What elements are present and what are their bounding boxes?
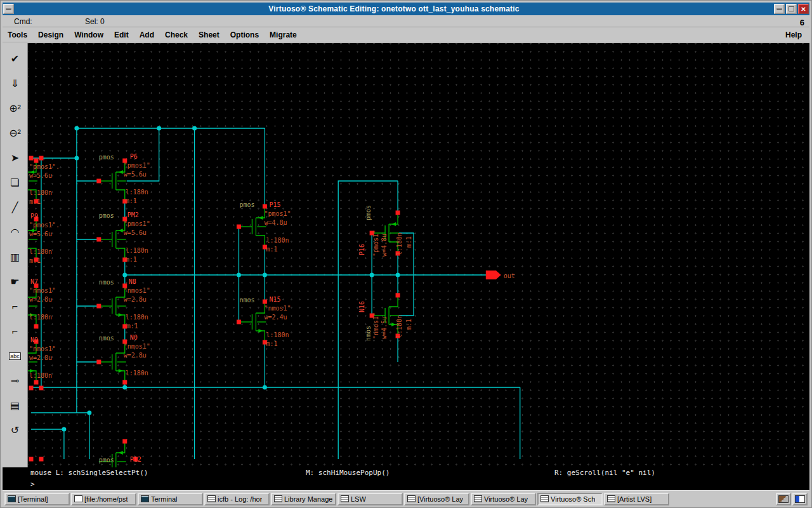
bus-icon[interactable]: ▥ (4, 244, 26, 269)
pin-square[interactable] (96, 304, 101, 309)
pin-square[interactable] (237, 320, 241, 324)
schematic-label: m:1 (266, 246, 277, 253)
schematic-label: w=4.5u (381, 316, 388, 339)
taskbar-label: LSW (351, 495, 366, 503)
probe-icon[interactable]: ☛ (4, 269, 26, 294)
cmd-options-icon[interactable]: ▤ (4, 393, 26, 418)
pin-square[interactable] (96, 360, 101, 364)
bus-corner-icon[interactable]: ⌐ (4, 319, 26, 344)
schematic-label: P12 (130, 456, 141, 463)
taskbar: [Terminal][file:/home/pstTerminalicfb - … (3, 490, 809, 507)
check-save-icon[interactable]: ✔ (4, 46, 26, 71)
zoom-out-2-icon[interactable]: ⊖² (4, 121, 26, 145)
taskbar-virtuoso-lay[interactable]: Virtuoso® Lay (471, 493, 536, 505)
pin-square[interactable] (96, 237, 101, 242)
taskbar-virtuoso-lay[interactable]: [Virtuoso® Lay (404, 493, 469, 505)
rotate-icon[interactable]: ↺ (4, 418, 26, 443)
taskbar-library-manage[interactable]: Library Manage (271, 493, 336, 505)
schematic-label: "nmos1" (29, 287, 56, 294)
virtual-desktop-icon[interactable] (792, 493, 808, 505)
menu-add[interactable]: Add (140, 30, 154, 39)
zoom-in-2-icon[interactable]: ⊕² (4, 96, 26, 121)
maximize-button[interactable] (786, 4, 797, 14)
pin-square[interactable] (29, 386, 33, 391)
device-N8-nmos[interactable] (99, 286, 126, 326)
pin-square[interactable] (39, 386, 43, 391)
menu-options[interactable]: Options (230, 30, 259, 39)
doc-icon (540, 495, 549, 502)
minimize-button[interactable] (774, 4, 785, 14)
pin-square[interactable] (34, 324, 38, 329)
descend-icon[interactable]: ⇓ (4, 71, 26, 96)
schematic-canvas[interactable]: "pmos1".w=5.6ul:180nm:1P9"pmos1".w=5.6ul… (28, 43, 809, 467)
schematic-label: l:180n (396, 232, 403, 255)
out-pin[interactable] (486, 271, 501, 279)
schematic-label: "pmos1" (372, 230, 379, 257)
pin-square[interactable] (29, 457, 33, 462)
menu-edit[interactable]: Edit (114, 30, 129, 39)
pin-square[interactable] (34, 159, 38, 163)
schematic-label: N0 (130, 334, 138, 341)
pin-square[interactable] (237, 225, 241, 229)
wire-wide-icon[interactable]: ◠ (4, 220, 26, 244)
menu-window[interactable]: Window (74, 30, 103, 39)
pin-square[interactable] (29, 156, 33, 161)
taskbar-file-home-pst[interactable]: [file:/home/pst (71, 493, 136, 505)
titlebar[interactable]: Virtuoso® Schematic Editing: onetotwo ot… (3, 3, 809, 15)
pin-square[interactable] (96, 179, 101, 184)
menu-tools[interactable]: Tools (8, 30, 27, 39)
schematic-label: N7 (30, 278, 38, 285)
wire-corner-icon[interactable]: ⌐ (4, 294, 26, 319)
taskbar-lsw[interactable]: LSW (337, 493, 403, 505)
pin-square[interactable] (122, 439, 127, 444)
device-N15-nmos[interactable] (239, 302, 266, 342)
menu-migrate[interactable]: Migrate (270, 30, 297, 39)
schematic-label: nmos (239, 297, 254, 304)
stretch-icon[interactable]: ➤ (4, 145, 26, 170)
pin-square[interactable] (122, 380, 127, 385)
device-N0-nmos[interactable] (99, 342, 126, 382)
taskbar-artist-lvs[interactable]: [Artist LVS] (604, 493, 669, 505)
schematic-label: nmos (99, 279, 114, 286)
main-area: ✔⇓⊕²⊖²➤❏╱◠▥☛⌐⌐abc⊸▤↺ "pmos1".w=5.6ul:180… (3, 43, 809, 467)
schematic-label: w=4.8u (264, 219, 287, 226)
pin-square[interactable] (39, 457, 43, 462)
taskbar-terminal[interactable]: [Terminal] (4, 493, 70, 505)
close-button[interactable]: ✕ (798, 4, 809, 14)
cli-prompt-row[interactable]: > (3, 478, 809, 490)
schematic-label: l:180n (266, 237, 289, 244)
pin-square[interactable] (396, 211, 400, 215)
window-menu-icon (6, 8, 11, 10)
window-menu-button[interactable] (3, 4, 14, 14)
schematic-label: w=2.4u (264, 314, 287, 321)
device-P15-pmos[interactable] (239, 206, 266, 247)
label-icon[interactable]: abc (4, 344, 26, 368)
device-P6-pmos[interactable] (99, 161, 126, 201)
pin-icon[interactable]: ⊸ (4, 368, 26, 393)
schematic-label: w=5.6u (124, 229, 147, 236)
schematic-drawing[interactable]: "pmos1".w=5.6ul:180nm:1P9"pmos1".w=5.6ul… (28, 43, 809, 467)
tool-palette: ✔⇓⊕²⊖²➤❏╱◠▥☛⌐⌐abc⊸▤↺ (3, 43, 28, 467)
taskbar-terminal[interactable]: Terminal (138, 493, 203, 505)
menu-design[interactable]: Design (38, 30, 63, 39)
pin-square[interactable] (34, 380, 38, 385)
pin-square[interactable] (39, 156, 43, 161)
pin-square[interactable] (263, 204, 267, 209)
nmos-arrow-icon (391, 323, 396, 326)
wire-narrow-icon[interactable]: ╱ (4, 195, 26, 220)
menu-sheet[interactable]: Sheet (199, 30, 219, 39)
copy-icon[interactable]: ❏ (4, 170, 26, 195)
taskbar-icfb-log-hor[interactable]: icfb - Log: /hor (204, 493, 270, 505)
device-PM2-pmos[interactable] (99, 219, 126, 260)
menu-check[interactable]: Check (165, 30, 188, 39)
pin-square[interactable] (396, 293, 400, 298)
menu-help[interactable]: Help (785, 30, 802, 39)
terminal-icon (8, 495, 16, 502)
schematic-label: m:1 (126, 197, 137, 204)
pin-square[interactable] (263, 300, 267, 304)
tray-app-icon[interactable] (776, 493, 791, 505)
schematic-label: P15 (269, 201, 280, 208)
schematic-label: l:180n (126, 189, 148, 196)
taskbar-virtuoso-sch[interactable]: Virtuoso® Sch (537, 493, 603, 505)
schematic-label: N9 (30, 337, 38, 344)
